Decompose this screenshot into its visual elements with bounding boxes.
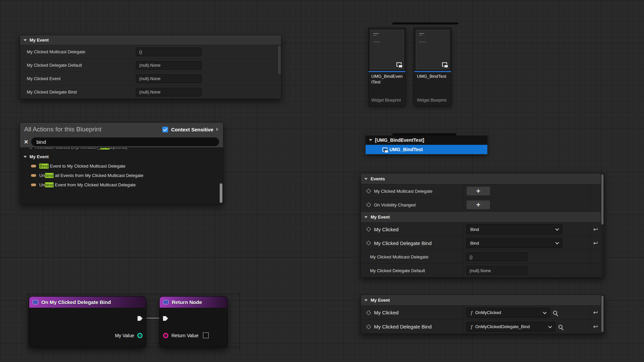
function-binding-dropdown[interactable]: ƒ OnMyClickedDelegate_Bind — [466, 322, 555, 332]
category-label: My Event — [30, 154, 49, 159]
reset-column — [590, 264, 601, 277]
node-header[interactable]: Return Node — [160, 297, 227, 308]
node-on-my-clicked-delegate-bind[interactable]: On My Clicked Delegate Bind My Value — [29, 296, 146, 347]
asset-card-umg-bindeventtest[interactable]: UMG_BindEventTest Widget Blueprint — [368, 28, 406, 106]
event-label: My Clicked Multicast Delegate — [374, 189, 432, 194]
delegate-pill-icon — [31, 183, 36, 186]
property-row: My Clicked Multicast Delegate () — [20, 45, 281, 59]
exec-input-pin[interactable] — [163, 316, 168, 321]
details-panel-right: Events My Clicked Multicast Delegate + O… — [361, 173, 604, 278]
property-label: My Clicked — [374, 227, 398, 232]
scrollbar-thumb[interactable] — [601, 296, 603, 332]
property-label: My Clicked — [374, 310, 398, 315]
browse-function-icon[interactable] — [553, 311, 557, 315]
multicast-delegate-icon — [366, 202, 371, 207]
property-label: My Clicked Multicast Delegate — [20, 49, 136, 54]
collapse-arrow-icon — [23, 156, 27, 158]
reset-column — [590, 198, 601, 212]
node-return-node[interactable]: Return Node Return Value — [159, 296, 228, 347]
delegate-output-pin[interactable] — [137, 333, 143, 338]
thumbnail-text-line — [373, 33, 379, 34]
reset-column — [590, 250, 601, 263]
asset-card-umg-bindtest[interactable]: UMG_BindTest Widget Blueprint — [414, 28, 451, 106]
scrollbar-thumb[interactable] — [278, 46, 281, 74]
actions-search-row: × bind — [20, 136, 223, 147]
asset-type: Widget Blueprint — [369, 98, 406, 105]
category-header-my-event[interactable]: My Event — [20, 35, 281, 45]
bound-function-row: My Clicked Delegate Bind ƒ OnMyClickedDe… — [361, 320, 604, 334]
action-item-unbind-event[interactable]: Unbind Event from My Clicked Multicast D… — [20, 180, 223, 189]
function-binding-dropdown[interactable]: ƒ OnMyClicked — [466, 308, 550, 318]
delegate-pill-icon — [31, 165, 36, 168]
property-label: My Clicked Event — [20, 76, 136, 81]
reset-to-default-icon[interactable]: ↩ — [593, 240, 598, 246]
property-value-field[interactable]: (null).None — [136, 61, 202, 70]
clear-search-icon[interactable]: × — [24, 138, 28, 145]
category-header-events[interactable]: Events — [361, 174, 604, 184]
category-title: My Event — [371, 215, 390, 220]
hierarchy-selected-row[interactable]: UMG_BindTest — [366, 145, 487, 154]
hierarchy-root-row[interactable]: [UMG_BindEventTest] — [366, 135, 487, 145]
reset-to-default-icon[interactable]: ↩ — [593, 310, 598, 315]
details-panel-my-event: My Event My Clicked Multicast Delegate (… — [20, 35, 281, 99]
reset-to-default-icon[interactable]: ↩ — [593, 324, 598, 329]
property-value-field[interactable]: (null).None — [136, 74, 202, 83]
actions-menu-title: All Actions for this Blueprint — [24, 126, 101, 133]
property-label: My Clicked Delegate Bind — [20, 89, 136, 95]
collapse-arrow-icon — [364, 299, 368, 301]
details-panel-bottom: My Event My Clicked ƒ OnMyClicked ↩ My C… — [361, 295, 604, 334]
widget-blueprint-icon — [382, 147, 387, 152]
bind-dropdown[interactable]: Bind — [466, 238, 562, 248]
window-edge — [392, 22, 458, 24]
add-event-button[interactable]: + — [466, 186, 490, 196]
event-name-cell: My Clicked Multicast Delegate — [361, 184, 464, 198]
event-name-cell: On Visibility Changed — [361, 198, 464, 212]
bool-value-checkbox[interactable] — [203, 333, 209, 338]
scrollbar-thumb[interactable] — [220, 183, 222, 203]
search-input[interactable]: bind — [31, 137, 219, 146]
add-event-button[interactable]: + — [466, 200, 490, 209]
bound-function-row: My Clicked ƒ OnMyClicked ↩ — [361, 306, 604, 320]
property-name-cell: My Clicked Delegate Default — [361, 264, 464, 277]
property-value-field[interactable]: () — [136, 48, 202, 56]
grid-guide-line — [26, 294, 241, 294]
chevron-down-icon — [543, 310, 546, 314]
bind-dropdown[interactable]: Bind — [466, 224, 562, 234]
actions-category-my-event[interactable]: My Event — [20, 152, 223, 161]
event-label: On Visibility Changed — [374, 202, 416, 207]
exec-output-pin[interactable] — [138, 316, 143, 321]
expand-options-icon[interactable] — [216, 128, 218, 131]
asset-name: UMG_BindTest — [414, 72, 451, 89]
return-value-input-pin[interactable] — [163, 333, 168, 338]
thumbnail-text-line — [419, 42, 426, 42]
reset-to-default-icon[interactable]: ↩ — [593, 227, 598, 232]
property-value-field[interactable]: (null).None — [136, 88, 202, 97]
asset-thumbnail — [416, 30, 449, 69]
property-value-field[interactable]: (null).None — [466, 266, 528, 275]
browse-function-icon[interactable] — [558, 325, 562, 329]
category-header-my-event[interactable]: My Event — [361, 212, 604, 223]
scrollbar[interactable] — [601, 295, 604, 334]
scrollbar-thumb[interactable] — [601, 174, 603, 225]
blueprint-graph-canvas[interactable]: My Event My Clicked Multicast Delegate (… — [0, 0, 644, 362]
node-header[interactable]: On My Clicked Delegate Bind — [29, 297, 146, 308]
node-title: Return Node — [172, 299, 202, 305]
action-item-bind-event[interactable]: Bind Event to My Clicked Multicast Deleg… — [20, 161, 223, 171]
property-name-cell: My Clicked Delegate Bind — [361, 320, 464, 334]
context-sensitive-checkbox[interactable] — [162, 127, 168, 132]
property-label: My Clicked Multicast Delegate — [370, 254, 428, 259]
bind-row: My Clicked Bind ↩ — [361, 223, 604, 236]
all-actions-menu: All Actions for this Blueprint Context S… — [20, 122, 223, 204]
action-item-unbind-all[interactable]: Unbind all Events from My Clicked Multic… — [20, 171, 223, 180]
property-name-cell: My Clicked Delegate Bind — [361, 236, 464, 250]
category-title: My Event — [371, 298, 390, 303]
property-name-cell: My Clicked — [361, 223, 464, 236]
scrollbar[interactable] — [601, 174, 604, 277]
clipped-list-item[interactable]: Animation Started (MyAnimation_BindOptio… — [20, 148, 223, 152]
property-row: My Clicked Delegate Default (null).None — [361, 264, 604, 278]
property-row: My Clicked Multicast Delegate () — [361, 250, 604, 264]
property-value-field[interactable]: () — [466, 252, 528, 261]
thumbnail-text-line — [373, 35, 377, 36]
function-icon: ƒ — [470, 310, 473, 315]
category-header-my-event[interactable]: My Event — [361, 295, 604, 306]
